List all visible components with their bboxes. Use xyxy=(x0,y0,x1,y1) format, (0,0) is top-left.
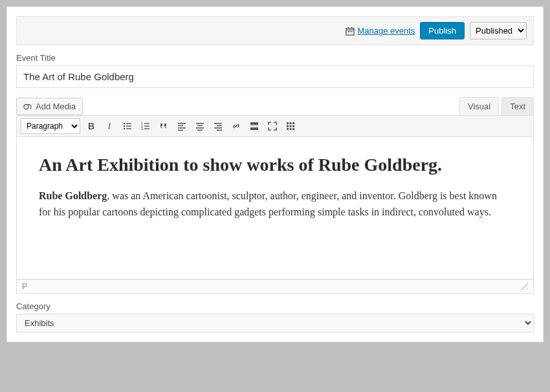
svg-rect-32 xyxy=(250,122,258,125)
svg-rect-19 xyxy=(144,128,149,129)
event-title-label: Event Title xyxy=(16,53,534,63)
svg-rect-13 xyxy=(126,128,131,129)
content-text: , was an American cartoonist, sculptor, … xyxy=(39,190,497,218)
svg-point-8 xyxy=(124,123,126,125)
svg-rect-15 xyxy=(144,123,149,124)
tab-visual[interactable]: Visual xyxy=(459,97,499,115)
italic-button[interactable]: I xyxy=(102,119,116,133)
svg-point-10 xyxy=(124,125,126,127)
editor-top-row: Add Media Visual Text xyxy=(16,97,534,115)
toolbar-toggle-button[interactable] xyxy=(283,119,298,133)
link-button[interactable] xyxy=(229,119,243,133)
svg-rect-41 xyxy=(287,128,289,130)
svg-rect-26 xyxy=(196,127,204,129)
content-paragraph: Rube Goldberg, was an American cartoonis… xyxy=(39,188,511,221)
add-media-label: Add Media xyxy=(36,102,76,111)
fullscreen-button[interactable] xyxy=(265,119,280,133)
svg-rect-28 xyxy=(214,123,222,124)
manage-events-link[interactable]: Manage events xyxy=(346,26,415,36)
svg-rect-37 xyxy=(292,122,294,124)
svg-rect-42 xyxy=(290,128,292,130)
svg-rect-25 xyxy=(197,125,203,127)
publish-button[interactable]: Publish xyxy=(420,22,465,39)
svg-rect-38 xyxy=(287,125,289,127)
svg-rect-17 xyxy=(144,125,149,126)
svg-rect-22 xyxy=(178,127,186,129)
status-select[interactable]: Published xyxy=(470,22,527,39)
svg-rect-27 xyxy=(197,130,203,131)
svg-rect-43 xyxy=(292,128,294,130)
svg-rect-40 xyxy=(292,125,294,127)
svg-rect-36 xyxy=(290,122,292,124)
svg-text:3: 3 xyxy=(141,127,143,131)
svg-rect-39 xyxy=(290,125,292,127)
align-center-button[interactable] xyxy=(193,119,207,133)
calendar-icon xyxy=(346,27,355,36)
svg-rect-6 xyxy=(351,31,353,32)
editor-content[interactable]: An Art Exhibition to show works of Rube … xyxy=(16,137,534,279)
top-toolbar: Manage events Publish Published xyxy=(16,16,534,45)
media-icon xyxy=(23,102,32,111)
category-select[interactable]: Exhibits xyxy=(16,314,534,332)
blockquote-button[interactable] xyxy=(157,119,171,133)
svg-rect-29 xyxy=(217,125,222,127)
format-select[interactable]: Paragraph xyxy=(21,118,80,134)
editor-path-bar: P xyxy=(16,279,534,294)
svg-rect-4 xyxy=(348,31,349,32)
insert-more-button[interactable] xyxy=(247,119,261,133)
svg-point-12 xyxy=(124,128,126,130)
svg-rect-31 xyxy=(217,130,222,131)
numbered-list-button[interactable]: 123 xyxy=(138,119,153,133)
editor-toolbar: Paragraph B I 123 xyxy=(16,115,534,137)
element-path: P xyxy=(22,282,27,291)
event-title-input[interactable] xyxy=(16,65,534,88)
svg-point-7 xyxy=(24,104,28,109)
editor-panel: Manage events Publish Published Event Ti… xyxy=(6,6,544,342)
bullet-list-button[interactable] xyxy=(120,119,135,133)
bold-button[interactable]: B xyxy=(84,119,98,133)
svg-rect-30 xyxy=(214,127,222,129)
align-right-button[interactable] xyxy=(211,119,225,133)
manage-events-label: Manage events xyxy=(357,26,415,36)
svg-rect-9 xyxy=(126,123,131,124)
svg-rect-35 xyxy=(287,122,289,124)
add-media-button[interactable]: Add Media xyxy=(16,98,83,115)
align-left-button[interactable] xyxy=(175,119,189,133)
svg-rect-34 xyxy=(250,127,258,130)
svg-rect-11 xyxy=(126,125,131,126)
category-label: Category xyxy=(16,301,534,311)
content-bold: Rube Goldberg xyxy=(39,190,107,201)
resize-handle-icon[interactable] xyxy=(520,283,528,290)
svg-rect-24 xyxy=(196,123,204,124)
svg-rect-20 xyxy=(178,123,186,124)
editor-tabs: Visual Text xyxy=(459,97,534,115)
svg-rect-5 xyxy=(350,31,351,32)
svg-rect-23 xyxy=(178,130,183,131)
tab-text[interactable]: Text xyxy=(501,97,534,115)
svg-rect-33 xyxy=(250,125,258,126)
svg-rect-21 xyxy=(178,125,183,127)
content-heading: An Art Exhibition to show works of Rube … xyxy=(39,154,511,176)
